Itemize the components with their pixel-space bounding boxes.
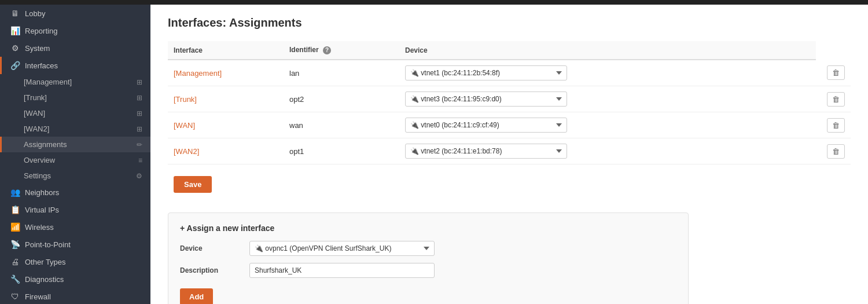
cell-device: 🔌 vtnet3 (bc:24:11:95:c9:d0): [399, 86, 816, 112]
device-label: Device: [180, 244, 249, 252]
sub-item-label: Settings: [24, 171, 136, 180]
other-types-icon: 🖨: [10, 257, 20, 266]
cell-identifier: opt1: [284, 138, 399, 164]
sub-item-label: Overview: [24, 156, 138, 164]
lobby-icon: 🖥: [10, 9, 20, 18]
col-interface: Interface: [168, 41, 284, 60]
table-row: [Management]lan🔌 vtnet1 (bc:24:11:2b:54:…: [168, 60, 851, 86]
network-icon: ⊞: [137, 109, 142, 118]
cell-interface: [Management]: [168, 60, 284, 86]
cell-interface: [Trunk]: [168, 86, 284, 112]
assignments-table-section: Interface Identifier ? Device [Managemen…: [168, 41, 851, 199]
gear-icon: ⚙: [136, 172, 142, 180]
diagnostics-icon: 🔧: [10, 274, 20, 284]
ptp-icon: 📡: [10, 240, 20, 249]
interfaces-icon: 🔗: [10, 61, 20, 70]
interface-link[interactable]: [WAN]: [174, 121, 195, 130]
delete-button[interactable]: 🗑: [827, 144, 845, 159]
sidebar: 🖥 Lobby 📊 Reporting ⚙ System 🔗 Interface…: [0, 5, 150, 304]
wireless-icon: 📶: [10, 222, 20, 232]
device-row: Device 🔌 ovpnc1 (OpenVPN Client SurfShar…: [180, 241, 676, 256]
delete-button[interactable]: 🗑: [827, 65, 845, 80]
firewall-icon: 🛡: [10, 292, 20, 301]
sidebar-sub-item-assignments[interactable]: Assignments ✏: [0, 137, 150, 152]
sidebar-sub-item-management[interactable]: [Management] ⊞: [0, 74, 150, 90]
cell-identifier: wan: [284, 112, 399, 138]
sidebar-sub-item-settings[interactable]: Settings ⚙: [0, 168, 150, 184]
sub-item-label: [WAN2]: [24, 124, 137, 133]
cell-delete: 🗑: [816, 112, 851, 138]
description-input[interactable]: [249, 263, 435, 278]
cell-device: 🔌 vtnet2 (bc:24:11:e1:bd:78): [399, 138, 816, 164]
sidebar-item-label: Wireless: [25, 223, 142, 232]
interface-link[interactable]: [Management]: [174, 69, 222, 78]
cell-interface: [WAN]: [168, 112, 284, 138]
cell-delete: 🗑: [816, 86, 851, 112]
table-row: [WAN]wan🔌 vtnet0 (bc:24:11:c9:cf:49)🗑: [168, 112, 851, 138]
sidebar-item-firewall[interactable]: 🛡 Firewall: [0, 288, 150, 304]
edit-icon: ✏: [137, 141, 142, 149]
description-label: Description: [180, 266, 249, 274]
sub-item-label: [WAN]: [24, 109, 137, 118]
interface-link[interactable]: [WAN2]: [174, 147, 199, 156]
network-icon: ⊞: [137, 125, 142, 133]
cell-delete: 🗑: [816, 138, 851, 164]
sidebar-item-label: Neighbors: [25, 188, 142, 197]
assignments-table: Interface Identifier ? Device [Managemen…: [168, 41, 851, 164]
list-icon: ≡: [138, 156, 142, 164]
sidebar-item-neighbors[interactable]: 👥 Neighbors: [0, 184, 150, 201]
sidebar-item-label: Lobby: [25, 9, 142, 18]
network-icon: ⊞: [137, 94, 142, 102]
new-interface-title: + Assign a new interface: [180, 224, 676, 233]
cell-delete: 🗑: [816, 60, 851, 86]
top-bar: [0, 0, 868, 5]
col-device: Device: [399, 41, 816, 60]
sidebar-item-lobby[interactable]: 🖥 Lobby: [0, 5, 150, 22]
sidebar-item-diagnostics[interactable]: 🔧 Diagnostics: [0, 270, 150, 288]
table-row: [WAN2]opt1🔌 vtnet2 (bc:24:11:e1:bd:78)🗑: [168, 138, 851, 164]
cell-identifier: lan: [284, 60, 399, 86]
device-select[interactable]: 🔌 ovpnc1 (OpenVPN Client SurfShark_UK): [249, 241, 435, 256]
sidebar-sub-item-trunk[interactable]: [Trunk] ⊞: [0, 90, 150, 105]
identifier-help-icon[interactable]: ?: [323, 46, 331, 54]
sidebar-item-reporting[interactable]: 📊 Reporting: [0, 22, 150, 39]
sidebar-item-label: Other Types: [25, 258, 142, 266]
interface-link[interactable]: [Trunk]: [174, 95, 197, 104]
system-icon: ⚙: [10, 43, 20, 53]
sidebar-item-label: Virtual IPs: [25, 206, 142, 214]
sidebar-item-label: Diagnostics: [25, 275, 142, 284]
sidebar-item-other-types[interactable]: 🖨 Other Types: [0, 253, 150, 270]
sidebar-item-wireless[interactable]: 📶 Wireless: [0, 218, 150, 236]
sidebar-sub-item-wan2[interactable]: [WAN2] ⊞: [0, 121, 150, 137]
cell-interface: [WAN2]: [168, 138, 284, 164]
table-row: [Trunk]opt2🔌 vtnet3 (bc:24:11:95:c9:d0)🗑: [168, 86, 851, 112]
add-button[interactable]: Add: [180, 288, 213, 304]
reporting-icon: 📊: [10, 26, 20, 35]
sidebar-item-virtual-ips[interactable]: 📋 Virtual IPs: [0, 201, 150, 218]
sidebar-item-label: Firewall: [25, 292, 142, 301]
device-dropdown[interactable]: 🔌 vtnet1 (bc:24:11:2b:54:8f): [405, 65, 567, 80]
save-button[interactable]: Save: [174, 176, 212, 193]
sub-item-label: [Trunk]: [24, 93, 137, 102]
sidebar-sub-item-wan[interactable]: [WAN] ⊞: [0, 105, 150, 121]
network-icon: ⊞: [137, 78, 142, 86]
cell-device: 🔌 vtnet0 (bc:24:11:c9:cf:49): [399, 112, 816, 138]
delete-button[interactable]: 🗑: [827, 92, 845, 107]
sidebar-item-point-to-point[interactable]: 📡 Point-to-Point: [0, 236, 150, 253]
sidebar-item-label: Point-to-Point: [25, 240, 142, 249]
cell-identifier: opt2: [284, 86, 399, 112]
sidebar-item-label: System: [25, 44, 142, 53]
sub-item-label: [Management]: [24, 78, 137, 86]
sidebar-item-system[interactable]: ⚙ System: [0, 39, 150, 57]
virtual-ips-icon: 📋: [10, 205, 20, 214]
device-dropdown[interactable]: 🔌 vtnet2 (bc:24:11:e1:bd:78): [405, 144, 567, 159]
col-identifier: Identifier ?: [284, 41, 399, 60]
device-dropdown[interactable]: 🔌 vtnet3 (bc:24:11:95:c9:d0): [405, 91, 567, 107]
device-dropdown[interactable]: 🔌 vtnet0 (bc:24:11:c9:cf:49): [405, 118, 567, 133]
cell-device: 🔌 vtnet1 (bc:24:11:2b:54:8f): [399, 60, 816, 86]
description-row: Description: [180, 263, 676, 278]
new-interface-section: + Assign a new interface Device 🔌 ovpnc1…: [168, 213, 689, 304]
delete-button[interactable]: 🗑: [827, 118, 845, 133]
sidebar-sub-item-overview[interactable]: Overview ≡: [0, 152, 150, 168]
sidebar-item-interfaces[interactable]: 🔗 Interfaces: [0, 57, 150, 74]
